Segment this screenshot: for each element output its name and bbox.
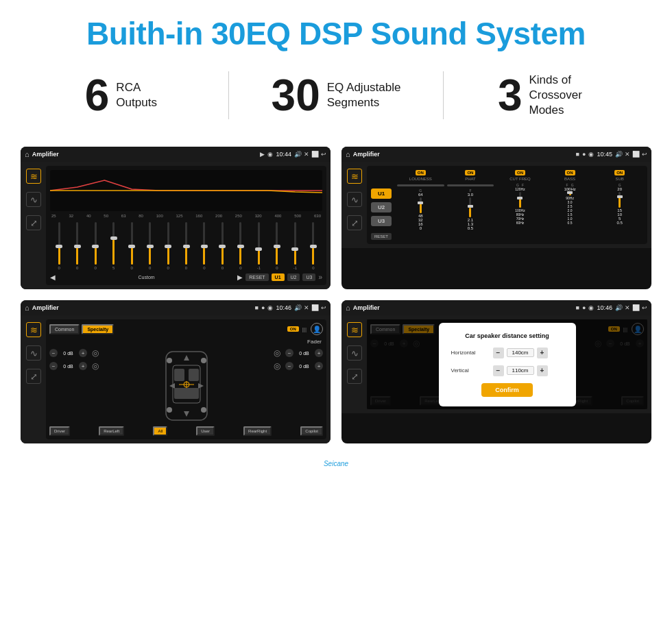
fader-on-toggle[interactable]: ON	[287, 326, 299, 332]
fader-back-icon[interactable]: ↩	[321, 304, 326, 311]
next-arrow[interactable]: ▶	[237, 273, 243, 281]
right-ch2-minus[interactable]: −	[285, 362, 293, 370]
loudness-v-slider[interactable]: 64 48 32 16 0	[418, 193, 423, 230]
amp-u3-btn[interactable]: U3	[371, 216, 392, 226]
prev-arrow[interactable]: ◀	[50, 273, 56, 281]
wave-icon[interactable]: ∿	[26, 192, 41, 207]
fader-home-icon[interactable]: ⌂	[25, 304, 29, 312]
phat-on-badge[interactable]: ON	[465, 170, 475, 175]
fader-expand-icon[interactable]: ⤢	[26, 369, 41, 384]
u1-button[interactable]: U1	[272, 273, 285, 281]
common-tab[interactable]: Common	[49, 324, 80, 334]
fader-eq-icon[interactable]: ≋	[26, 322, 41, 337]
dist-close-icon[interactable]: ✕	[625, 304, 630, 311]
eq-slider-2[interactable]: 0	[88, 222, 103, 270]
loudness-on-badge[interactable]: ON	[416, 170, 426, 175]
amp-back-icon[interactable]: ↩	[642, 151, 647, 158]
rear-right-btn[interactable]: RearRight	[243, 426, 272, 436]
user-btn[interactable]: User	[196, 426, 215, 436]
amp-u2-btn[interactable]: U2	[371, 202, 392, 212]
phat-v-slider[interactable]: 3.0 2.1 1.3 0.5	[468, 193, 473, 230]
eq-slider-1[interactable]: 0	[69, 222, 84, 270]
dist-window-icon[interactable]: ⬜	[632, 304, 640, 311]
amp-expand-icon[interactable]: ⤢	[347, 215, 362, 230]
fader-window-icon[interactable]: ⬜	[311, 304, 319, 311]
fader-volume-icon[interactable]: 🔊	[294, 304, 302, 311]
left-ch2-minus[interactable]: −	[49, 362, 58, 370]
vertical-minus[interactable]: −	[493, 365, 504, 376]
dist-back-icon[interactable]: ↩	[642, 304, 647, 311]
horizontal-minus[interactable]: −	[493, 348, 504, 358]
rear-left-btn[interactable]: RearLeft	[99, 426, 124, 436]
right-ch1-minus[interactable]: −	[285, 349, 293, 357]
eq-status-icons: 🔊 ✕ ⬜ ↩	[294, 151, 326, 158]
fader-wave-icon[interactable]: ∿	[26, 345, 41, 361]
eq-slider-5[interactable]: 0	[142, 222, 157, 270]
amp-window-icon[interactable]: ⬜	[632, 151, 640, 158]
confirm-button[interactable]: Confirm	[481, 383, 533, 397]
dist-wave-icon[interactable]: ∿	[347, 345, 362, 361]
copilot-btn[interactable]: Copilot	[300, 426, 323, 436]
right-ch1-plus[interactable]: +	[315, 349, 323, 357]
eq-slider-14[interactable]: 0	[306, 222, 321, 270]
eq-slider-3[interactable]: 5	[106, 222, 121, 270]
dist-screen-title: Amplifier	[353, 304, 573, 311]
u3-button[interactable]: U3	[302, 273, 315, 281]
amp-wave-icon[interactable]: ∿	[347, 192, 362, 207]
dist-home-icon[interactable]: ⌂	[346, 304, 350, 312]
distance-dialog-overlay: Car speaker distance setting Horizontal …	[367, 319, 647, 409]
right-ch2-plus[interactable]: +	[315, 362, 323, 370]
reset-button[interactable]: RESET	[245, 273, 268, 281]
eq-icon[interactable]: ≋	[26, 169, 41, 184]
amp-close-icon[interactable]: ✕	[625, 151, 630, 158]
fader-close-icon[interactable]: ✕	[304, 304, 309, 311]
loudness-slider[interactable]	[397, 184, 444, 186]
volume-icon[interactable]: 🔊	[294, 151, 302, 158]
amp-u1-btn[interactable]: U1	[371, 188, 392, 199]
home-icon[interactable]: ⌂	[25, 150, 29, 158]
window-icon[interactable]: ⬜	[311, 151, 319, 158]
sub-v-slider[interactable]: 20 15 10 5 0.5	[617, 187, 623, 225]
phat-slider[interactable]	[447, 184, 494, 186]
dist-eq-icon[interactable]: ≋	[347, 322, 362, 337]
eq-slider-0[interactable]: 0	[51, 222, 67, 270]
left-ch1-plus[interactable]: +	[79, 349, 87, 357]
eq-slider-13[interactable]: -1	[287, 222, 302, 270]
fader-dot-icon: ●	[261, 304, 265, 311]
eq-slider-7[interactable]: 0	[178, 222, 193, 270]
screen-eq: ⌂ Amplifier ▶ ◉ 10:44 🔊 ✕ ⬜ ↩ ≋ ∿ ⤢	[21, 147, 331, 289]
eq-slider-9[interactable]: 0	[215, 222, 230, 270]
driver-btn[interactable]: Driver	[49, 426, 70, 436]
eq-time: 10:44	[276, 151, 291, 158]
amp-reset-btn[interactable]: RESET	[371, 233, 392, 240]
back-icon[interactable]: ↩	[321, 151, 326, 158]
specialty-tab[interactable]: Specialty	[82, 324, 114, 334]
cutfreq-on-badge[interactable]: ON	[515, 170, 525, 175]
eq-slider-11[interactable]: -1	[251, 222, 266, 270]
dist-expand-icon[interactable]: ⤢	[347, 369, 362, 384]
cutfreq-v-slider[interactable]: 120Hz 100Hz 80Hz 70Hz 60Hz	[515, 187, 525, 225]
left-ch2-plus[interactable]: +	[79, 362, 87, 370]
expand-icon[interactable]: ⤢	[26, 215, 41, 230]
eq-slider-10[interactable]: 0	[233, 222, 248, 270]
vertical-plus[interactable]: +	[537, 365, 548, 376]
eq-slider-4[interactable]: 0	[124, 222, 139, 270]
eq-slider-12[interactable]: 0	[269, 222, 285, 270]
bass-on-badge[interactable]: ON	[565, 170, 575, 175]
dist-volume-icon[interactable]: 🔊	[615, 304, 623, 311]
bass-v-slider[interactable]: 100Hz 90Hz 3.0 2.5 2.0 1.5 1.0 0.5	[564, 187, 575, 225]
close-icon[interactable]: ✕	[304, 151, 309, 158]
eq-slider-6[interactable]: 0	[160, 222, 176, 270]
more-icon[interactable]: »	[318, 273, 322, 281]
amp-home-icon[interactable]: ⌂	[346, 150, 350, 158]
profile-icon[interactable]: 👤	[311, 323, 323, 335]
all-btn[interactable]: All	[153, 426, 167, 436]
amp-eq-icon[interactable]: ≋	[347, 169, 362, 184]
amp-volume-icon[interactable]: 🔊	[615, 151, 623, 158]
left-ch1-minus[interactable]: −	[49, 349, 58, 357]
horizontal-plus[interactable]: +	[537, 348, 548, 358]
sub-on-badge[interactable]: ON	[614, 170, 625, 175]
u2-button[interactable]: U2	[287, 273, 300, 281]
eq-slider-8[interactable]: 0	[197, 222, 212, 270]
stat-desc-eq: EQ Adjustable Segments	[327, 80, 401, 110]
